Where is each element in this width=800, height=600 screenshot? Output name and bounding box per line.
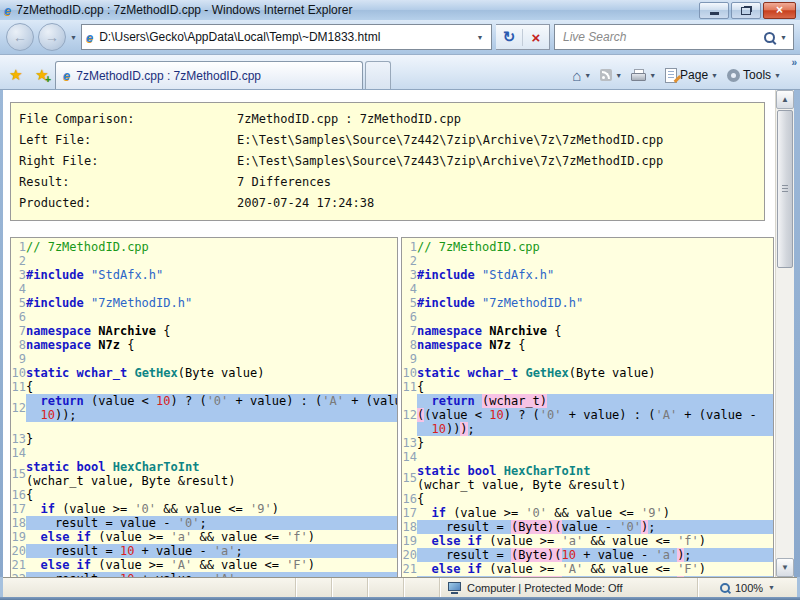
status-cell xyxy=(331,578,367,597)
page-dropdown[interactable]: ▼ xyxy=(711,72,718,79)
address-bar[interactable]: e ▼ xyxy=(81,24,492,50)
home-dropdown[interactable]: ▼ xyxy=(584,72,591,79)
stop-button[interactable]: × xyxy=(522,29,549,46)
page-favicon: e xyxy=(86,31,93,44)
feeds-button[interactable]: ▼ xyxy=(596,63,626,87)
toolbar-overflow-chevron[interactable]: » xyxy=(791,57,797,68)
favorites-star-icon: ★ xyxy=(9,66,22,84)
navigation-bar: ← → ▼ e ▼ ↻ × ▼ xyxy=(0,20,800,55)
close-button[interactable]: × xyxy=(763,2,796,19)
line-number: 15 xyxy=(11,460,26,488)
add-favorite-button[interactable]: ★+ xyxy=(29,62,55,87)
comparison-value: E:\Test\Samples\Source\7z442\7zip\Archiv… xyxy=(237,133,663,147)
code-segment: (value >= xyxy=(91,530,170,544)
zoom-level: 100% xyxy=(735,582,763,594)
code-line: 11{ xyxy=(11,380,397,394)
new-tab-button[interactable] xyxy=(365,61,391,89)
code-segment: if xyxy=(468,534,482,548)
line-number: 2 xyxy=(11,254,26,268)
address-input[interactable] xyxy=(97,29,469,45)
code-text: result = 10 + value - 'A'; xyxy=(26,572,397,577)
code-segment: HexCharToInt xyxy=(113,460,200,474)
refresh-button[interactable]: ↻ xyxy=(496,28,522,46)
code-segment: #include xyxy=(26,268,84,282)
browser-window: e 7zMethodID.cpp : 7zMethodID.cpp - Wind… xyxy=(0,0,800,600)
page-menu-button[interactable]: Page ▼ xyxy=(661,63,722,87)
code-segment xyxy=(475,394,482,408)
code-line: 4 xyxy=(11,282,397,296)
code-segment: 'A' xyxy=(655,408,677,422)
diff-pane-left: 1// 7zMethodID.cpp23#include "StdAfx.h"4… xyxy=(10,237,398,577)
code-segment: result = value - xyxy=(26,516,178,530)
code-segment: #include xyxy=(26,296,84,310)
code-segment: ; xyxy=(684,576,691,577)
back-button[interactable]: ← xyxy=(6,23,34,51)
tools-menu-button[interactable]: Tools ▼ xyxy=(723,63,785,87)
code-text: #include "7zMethodID.h" xyxy=(26,296,397,310)
code-segment: (wchar_t value, Byte &result) xyxy=(417,478,627,492)
code-segment: '9' xyxy=(250,502,272,516)
zoom-magnifier-icon xyxy=(720,583,730,593)
code-segment: '0' xyxy=(540,408,562,422)
scrollbar-thumb[interactable] xyxy=(777,110,793,268)
vertical-scrollbar[interactable]: ▲ ▼ xyxy=(775,90,794,577)
code-segment: 10 xyxy=(562,576,576,577)
code-segment: '9' xyxy=(641,506,663,520)
search-input[interactable] xyxy=(561,29,759,45)
forward-button[interactable]: → xyxy=(38,23,66,51)
code-segment: (Byte value) xyxy=(569,366,656,380)
code-text: static wchar_t GetHex(Byte value) xyxy=(26,366,397,380)
code-segment: 'F' xyxy=(677,562,699,576)
history-dropdown[interactable]: ▼ xyxy=(70,34,77,41)
print-dropdown[interactable]: ▼ xyxy=(649,72,656,79)
zoom-dropdown[interactable]: ▼ xyxy=(768,584,775,591)
plus-icon: + xyxy=(45,74,51,85)
code-segment: else xyxy=(40,530,69,544)
add-favorite-star-icon: ★+ xyxy=(35,66,48,84)
comparison-label: Right File: xyxy=(19,151,237,172)
code-line: 16{ xyxy=(11,488,397,502)
tab-active[interactable]: e 7zMethodID.cpp : 7zMethodID.cpp xyxy=(55,61,363,89)
scroll-up-button[interactable]: ▲ xyxy=(776,90,794,109)
diff-view: 1// 7zMethodID.cpp23#include "StdAfx.h"4… xyxy=(10,237,775,577)
line-number: 11 xyxy=(11,380,26,394)
line-number: 8 xyxy=(402,338,417,352)
code-line: 21 else if (value >= 'A' && value <= 'F'… xyxy=(402,562,773,576)
code-segment: 'a' xyxy=(562,534,584,548)
code-segment: if xyxy=(431,506,445,520)
back-icon: ← xyxy=(13,29,27,45)
home-button[interactable]: ⌂ ▼ xyxy=(568,63,595,87)
code-segment: (Byte)( xyxy=(511,548,562,562)
print-button[interactable]: ▼ xyxy=(627,63,660,87)
line-number: 14 xyxy=(11,446,26,460)
code-text: // 7zMethodID.cpp xyxy=(26,240,397,254)
zoom-control[interactable]: 100% ▼ xyxy=(697,578,797,597)
address-dropdown[interactable]: ▼ xyxy=(473,34,487,41)
tools-dropdown[interactable]: ▼ xyxy=(774,72,781,79)
code-line: 2 xyxy=(11,254,397,268)
code-text: { xyxy=(26,380,397,394)
search-icon[interactable] xyxy=(764,32,775,43)
code-segment: if xyxy=(40,502,54,516)
search-box[interactable]: ▼ xyxy=(554,24,794,50)
search-dropdown[interactable]: ▼ xyxy=(780,34,787,41)
restore-icon xyxy=(741,7,751,15)
code-text: static bool HexCharToInt(wchar_t value, … xyxy=(417,464,773,492)
line-number: 1 xyxy=(11,240,26,254)
code-text: } xyxy=(417,436,773,450)
code-text: result = (Byte)(10 + value - 'A'); xyxy=(417,576,773,577)
line-number: 19 xyxy=(402,534,417,548)
code-line: 17 if (value >= '0' && value <= '9') xyxy=(402,506,773,520)
code-line: 13} xyxy=(402,436,773,450)
restore-button[interactable] xyxy=(731,2,761,19)
code-segment xyxy=(26,408,40,422)
minimize-button[interactable] xyxy=(699,2,729,19)
code-line: 16{ xyxy=(402,492,773,506)
feeds-dropdown[interactable]: ▼ xyxy=(615,72,622,79)
favorites-center-button[interactable]: ★ xyxy=(3,62,29,87)
scroll-down-button[interactable]: ▼ xyxy=(776,558,794,577)
code-segment: { xyxy=(417,380,424,394)
line-number: 16 xyxy=(402,492,417,506)
close-icon: × xyxy=(776,3,783,17)
code-line: 7namespace NArchive { xyxy=(11,324,397,338)
